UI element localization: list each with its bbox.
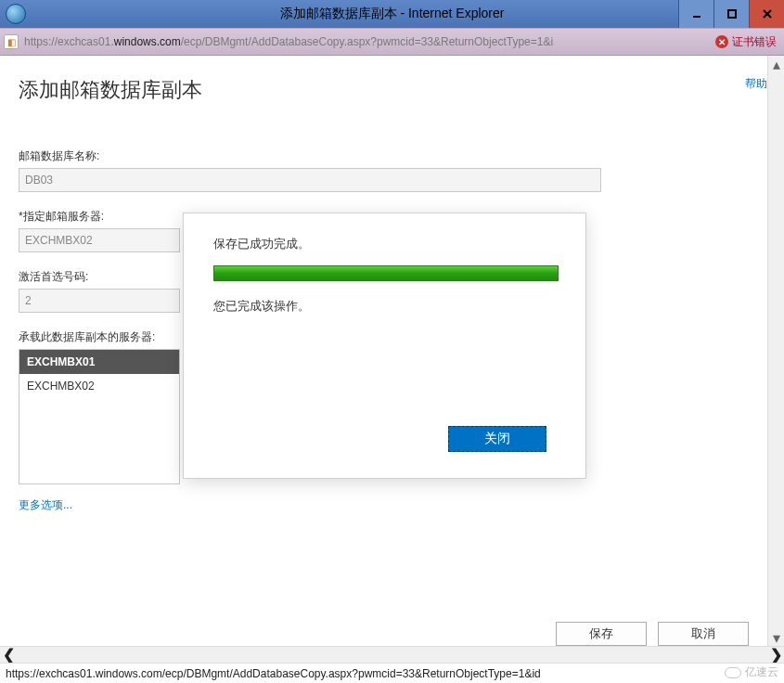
window-buttons — [678, 0, 784, 28]
activation-pref-input[interactable] — [19, 289, 180, 313]
modal-message-2: 您已完成该操作。 — [213, 298, 556, 315]
scroll-left-icon[interactable]: ❮ — [0, 647, 17, 663]
horizontal-scrollbar[interactable]: ❮ ❯ — [0, 646, 784, 663]
watermark-icon — [725, 667, 741, 678]
svg-rect-1 — [728, 10, 736, 18]
window-titlebar: 添加邮箱数据库副本 - Internet Explorer — [0, 0, 784, 28]
scroll-right-icon[interactable]: ❯ — [767, 647, 784, 663]
window-title: 添加邮箱数据库副本 - Internet Explorer — [280, 6, 505, 22]
completion-modal: 保存已成功完成。 您已完成该操作。 关闭 — [183, 213, 586, 479]
db-name-label: 邮箱数据库名称: — [19, 148, 749, 164]
watermark: 亿速云 — [725, 664, 778, 680]
scroll-down-icon[interactable]: ▾ — [768, 629, 784, 646]
status-bar: https://exchcas01.windows.com/ecp/DBMgmt… — [0, 663, 784, 683]
server-list-body: EXCHMBX02 — [19, 374, 179, 483]
close-window-button[interactable] — [749, 0, 784, 28]
server-list: EXCHMBX01 EXCHMBX02 — [19, 349, 180, 484]
url-host: windows.com — [114, 35, 181, 48]
modal-message-1: 保存已成功完成。 — [213, 236, 556, 252]
cert-error-label: 证书错误 — [732, 34, 777, 50]
progress-bar — [213, 265, 559, 281]
status-url: https://exchcas01.windows.com/ecp/DBMgmt… — [6, 667, 778, 680]
list-item[interactable]: EXCHMBX02 — [19, 374, 179, 398]
minimize-button[interactable] — [678, 0, 713, 28]
scroll-up-icon[interactable]: ▴ — [768, 56, 784, 72]
watermark-text: 亿速云 — [745, 664, 778, 680]
vertical-scrollbar[interactable]: ▴ ▾ — [767, 56, 784, 646]
save-button[interactable]: 保存 — [556, 622, 647, 646]
modal-close-button[interactable]: 关闭 — [448, 426, 546, 452]
mailbox-server-input[interactable] — [19, 228, 180, 252]
url-prefix: https://exchcas01. — [24, 35, 114, 48]
help-link[interactable]: 帮助 — [745, 76, 767, 92]
maximize-button[interactable] — [713, 0, 749, 28]
more-options-link[interactable]: 更多选项... — [19, 497, 72, 513]
site-favicon-icon: ◧ — [4, 34, 19, 49]
url-suffix: /ecp/DBMgmt/AddDatabaseCopy.aspx?pwmcid=… — [181, 35, 553, 48]
db-name-field: 邮箱数据库名称: — [19, 148, 749, 192]
list-item[interactable]: EXCHMBX01 — [19, 350, 179, 374]
page-title: 添加邮箱数据库副本 — [19, 76, 749, 104]
cert-error-badge[interactable]: ✕ 证书错误 — [712, 34, 780, 50]
cancel-button[interactable]: 取消 — [658, 622, 749, 646]
db-name-input[interactable] — [19, 168, 601, 192]
ie-icon — [6, 4, 26, 24]
action-buttons: 保存 取消 — [556, 622, 749, 646]
address-url: https://exchcas01.windows.com/ecp/DBMgmt… — [24, 35, 712, 48]
address-bar[interactable]: ◧ https://exchcas01.windows.com/ecp/DBMg… — [0, 28, 784, 56]
cert-error-icon: ✕ — [715, 35, 728, 48]
